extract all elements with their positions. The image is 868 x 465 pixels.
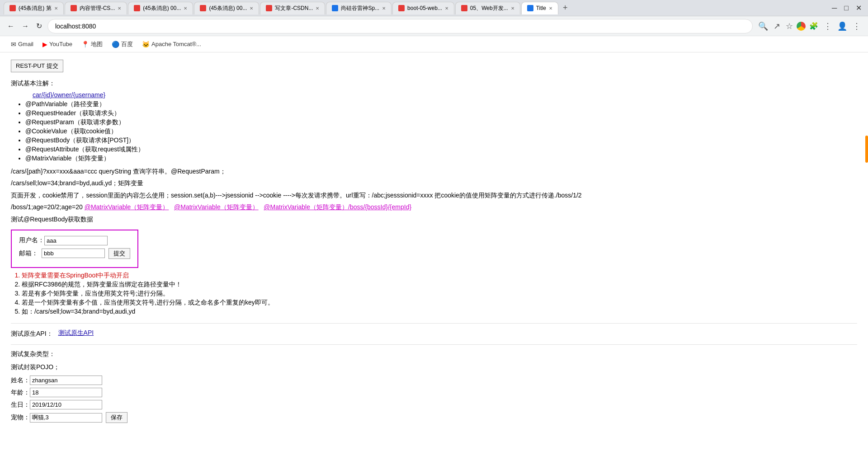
gmail-icon: ✉ (11, 41, 16, 48)
tab-8-label: 05、Web开发... (470, 5, 508, 12)
email-input[interactable] (42, 249, 105, 258)
matrix-link-3[interactable]: @MatrixVariable（矩阵变量）/boss/{bossId}/{emp… (264, 203, 411, 211)
annotation-item-6: @RequestAttribute（获取request域属性） (25, 146, 857, 154)
annotation-item-5: @RequestBody（获取请求体[POST]） (25, 136, 857, 145)
minimize-button[interactable]: ─ (829, 4, 840, 12)
address-bar[interactable] (47, 19, 753, 33)
note-2: 根据RFC3986的规范，矩阵变量应当绑定在路径变量中！ (22, 281, 857, 289)
tomcat-icon: 🐱 (142, 41, 150, 48)
bookmark-maps-label: 地图 (91, 40, 103, 48)
tab-1-close[interactable]: ✕ (54, 6, 58, 11)
tab-4-close[interactable]: ✕ (250, 6, 253, 11)
browser-frame: (45条消息) 第 ✕ 内容管理-CS... ✕ (45条消息) 00... ✕… (0, 0, 868, 465)
save-button[interactable]: 保存 (106, 412, 127, 423)
paragraph-4-text: /boss/1;age=20/2;age=20 (11, 203, 83, 211)
pojo-name-row: 姓名： (11, 376, 857, 385)
maximize-button[interactable]: □ (841, 4, 851, 12)
back-button[interactable]: ← (5, 20, 16, 32)
extensions-icon[interactable]: 🧩 (807, 20, 820, 32)
reload-button[interactable]: ↻ (34, 20, 44, 32)
divider-1 (11, 323, 857, 324)
tab-9[interactable]: Title ✕ (521, 2, 558, 14)
email-label: 邮箱： (19, 249, 42, 258)
pojo-name-input[interactable] (30, 376, 102, 385)
search-icon[interactable]: 🔍 (756, 19, 770, 33)
tab-8-close[interactable]: ✕ (511, 6, 514, 11)
tab-5-favicon (266, 5, 272, 11)
close-button[interactable]: ✕ (853, 4, 864, 12)
native-api-link[interactable]: 测试原生API (58, 329, 94, 337)
pojo-title: 测试封装POJO； (11, 362, 857, 372)
tab-3-label: (45条消息) 00... (143, 5, 181, 12)
pojo-birthday-row: 生日： (11, 400, 857, 409)
bookmark-youtube[interactable]: ▶ YouTube (39, 39, 76, 50)
bookmark-tomcat-label: Apache Tomcat®... (151, 41, 201, 47)
menu-icon[interactable]: ⋮ (822, 19, 834, 33)
toolbar-icons: 🔍 ↗ ☆ 🧩 ⋮ 👤 ⋮ (756, 19, 863, 33)
tab-1-favicon (9, 5, 16, 11)
rest-put-button[interactable]: REST-PUT 提交 (11, 60, 63, 72)
submit-button[interactable]: 提交 (108, 248, 130, 259)
tab-6-close[interactable]: ✕ (382, 6, 386, 11)
maps-icon: 📍 (81, 41, 89, 48)
annotation-item-4: @CookieValue（获取cookie值） (25, 127, 857, 136)
address-input[interactable] (55, 23, 745, 30)
tab-9-label: Title (536, 5, 546, 11)
username-label: 用户名： (19, 236, 44, 244)
native-api-label: 测试原生API： (11, 330, 53, 338)
pojo-pet-input[interactable] (30, 413, 102, 423)
tab-5-label: 写文章-CSDN... (275, 5, 313, 12)
tab-3[interactable]: (45条消息) 00... ✕ (128, 2, 193, 14)
email-row: 邮箱： 提交 (19, 248, 130, 259)
more-icon[interactable]: ⋮ (851, 19, 863, 33)
tab-2[interactable]: 内容管理-CS... ✕ (65, 2, 127, 14)
tab-8[interactable]: 05、Web开发... ✕ (455, 2, 520, 14)
tab-7[interactable]: boot-05-web... ✕ (392, 2, 454, 14)
bookmark-tomcat[interactable]: 🐱 Apache Tomcat®... (138, 39, 205, 50)
tab-6-favicon (332, 5, 338, 11)
pojo-birthday-label: 生日： (11, 401, 30, 409)
path-link[interactable]: car/{id}/owner/{username} (33, 91, 857, 99)
tab-1[interactable]: (45条消息) 第 ✕ (4, 2, 64, 14)
tab-7-close[interactable]: ✕ (445, 6, 448, 11)
test-request-body-title: 测试@RequestBody获取数据 (11, 214, 857, 224)
pojo-name-label: 姓名： (11, 376, 30, 385)
note-1: 矩阵变量需要在SpringBoot中手动开启 (22, 272, 857, 280)
forward-button[interactable]: → (20, 20, 31, 32)
bookmark-icon[interactable]: ☆ (784, 19, 795, 33)
new-tab-button[interactable]: + (559, 3, 571, 13)
username-input[interactable] (44, 236, 108, 245)
bookmark-baidu[interactable]: 🔵 百度 (108, 38, 137, 50)
tab-5[interactable]: 写文章-CSDN... ✕ (260, 2, 325, 14)
annotation-item-2: @RequestHeader（获取请求头） (25, 109, 857, 117)
tab-3-close[interactable]: ✕ (184, 6, 187, 11)
tab-6[interactable]: 尚硅谷雷神Sp... ✕ (326, 2, 392, 14)
tab-2-favicon (71, 5, 77, 11)
annotation-item-3: @RequestParam（获取请求参数） (25, 118, 857, 127)
tab-3-favicon (134, 5, 140, 11)
bookmark-gmail[interactable]: ✉ Gmail (7, 39, 37, 50)
tab-5-close[interactable]: ✕ (316, 6, 319, 11)
tab-9-close[interactable]: ✕ (549, 6, 552, 11)
matrix-link-2[interactable]: @MatrixVariable（矩阵变量） (174, 203, 259, 211)
bookmark-baidu-label: 百度 (121, 40, 133, 48)
tab-4-label: (45条消息) 00... (209, 5, 247, 12)
bookmark-maps[interactable]: 📍 地图 (78, 38, 106, 50)
tab-9-favicon (527, 5, 533, 11)
pojo-age-row: 年龄： (11, 388, 857, 397)
native-api-row: 测试原生API： 测试原生API (11, 329, 857, 339)
scroll-indicator[interactable] (865, 136, 868, 163)
pojo-age-input[interactable] (30, 388, 102, 397)
pojo-form: 姓名： 年龄： 生日： 宠物： 保存 (11, 376, 857, 423)
matrix-link-1[interactable]: @MatrixVariable（矩阵变量） (85, 203, 169, 211)
bookmark-gmail-label: Gmail (18, 41, 33, 47)
paragraph-1: /cars/{path}?xxx=xxx&aaa=ccc queryString… (11, 166, 857, 176)
tab-4[interactable]: (45条消息) 00... ✕ (194, 2, 259, 14)
share-icon[interactable]: ↗ (772, 19, 782, 33)
account-icon[interactable]: 👤 (835, 19, 849, 33)
pojo-pet-row: 宠物： 保存 (11, 412, 857, 423)
note-3: 若是有多个矩阵变量，应当使用英文符号;进行分隔。 (22, 290, 857, 298)
annotation-item-7: @MatrixVariable（矩阵变量） (25, 155, 857, 163)
tab-2-close[interactable]: ✕ (118, 6, 121, 11)
pojo-birthday-input[interactable] (30, 400, 102, 409)
